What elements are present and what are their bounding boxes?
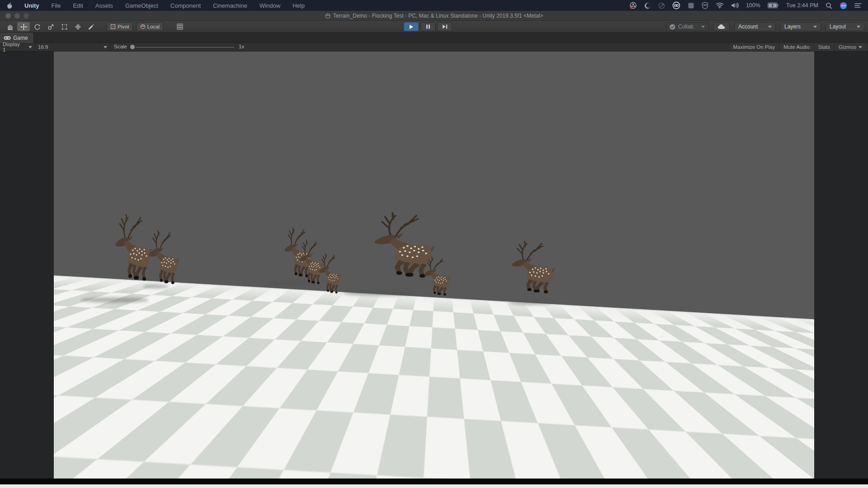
scale-slider-knob[interactable]	[130, 45, 135, 49]
control-center-icon[interactable]	[854, 1, 862, 9]
chevron-down-icon	[28, 46, 32, 48]
game-tabbar: Game	[0, 33, 868, 43]
arc-status-icon[interactable]	[644, 1, 651, 9]
deer	[418, 256, 451, 299]
maximize-on-play-button[interactable]: Maximize On Play	[729, 43, 779, 51]
menu-unity[interactable]: Unity	[24, 2, 39, 9]
obs-status-icon[interactable]	[629, 1, 637, 9]
aspect-ratio-dropdown[interactable]: 16:9	[35, 43, 110, 51]
apple-menu-icon[interactable]	[6, 1, 12, 9]
volume-icon[interactable]	[731, 1, 739, 9]
display-dropdown[interactable]: Display 1	[0, 43, 35, 51]
game-stage	[0, 52, 868, 479]
siri-icon[interactable]	[840, 1, 847, 9]
creative-cloud-icon[interactable]	[672, 1, 680, 9]
game-viewport[interactable]	[54, 52, 814, 479]
app-square-icon[interactable]	[688, 1, 694, 9]
bottom-strip	[0, 484, 868, 488]
battery-percent: 100%	[746, 2, 760, 9]
chevron-down-icon	[813, 26, 817, 28]
transform-tool-button[interactable]	[71, 22, 84, 31]
wifi-icon[interactable]	[716, 1, 724, 9]
move-tool-button[interactable]	[17, 22, 30, 31]
scale-value: 1x	[239, 44, 244, 49]
shield-status-icon[interactable]	[702, 1, 708, 9]
game-view-options: Maximize On Play Mute Audio Stats Gizmos	[729, 43, 866, 51]
unity-toolbar: Pivot Local	[0, 21, 868, 33]
pivot-toggle-button[interactable]: Pivot	[107, 22, 133, 31]
game-controlbar: Display 1 16:9 Scale 1x Maximize On Play…	[0, 43, 868, 52]
transform-tools	[4, 22, 98, 31]
grid-snap-button[interactable]	[174, 22, 186, 31]
menu-gameobject[interactable]: GameObject	[125, 2, 158, 9]
custom-tool-button[interactable]	[85, 22, 98, 31]
deer-shadow	[81, 297, 149, 303]
local-toggle-button[interactable]: Local	[137, 22, 164, 31]
deer	[502, 239, 556, 298]
menu-file[interactable]: File	[52, 2, 61, 9]
gamepad-icon	[4, 36, 11, 40]
rotate-tool-button[interactable]	[31, 22, 43, 31]
pause-button[interactable]	[420, 22, 435, 31]
scale-tool-button[interactable]	[44, 22, 57, 31]
deer	[314, 252, 341, 297]
menu-component[interactable]: Component	[170, 2, 201, 9]
menu-cinemachine[interactable]: Cinemachine	[213, 2, 247, 9]
chevron-down-icon	[859, 46, 862, 48]
spotlight-search-icon[interactable]	[826, 1, 832, 9]
macos-menubar: Unity File Edit Assets GameObject Compon…	[0, 0, 868, 11]
collab-dropdown[interactable]: Collab	[665, 22, 709, 31]
layers-dropdown[interactable]: Layers	[780, 22, 821, 31]
tab-game-label: Game	[13, 35, 28, 41]
menubar-clock[interactable]: Tue 2:44 PM	[786, 2, 818, 9]
scale-label: Scale	[114, 44, 127, 49]
menu-window[interactable]: Window	[259, 2, 280, 9]
cloud-services-button[interactable]	[713, 22, 730, 31]
play-button[interactable]	[404, 22, 419, 31]
account-dropdown[interactable]: Account	[734, 22, 776, 31]
menu-assets[interactable]: Assets	[95, 2, 113, 9]
chevron-down-icon	[768, 26, 772, 28]
window-titlebar[interactable]: Terrain_Demo - Flocking Test - PC, Mac &…	[0, 11, 868, 21]
step-button[interactable]	[437, 22, 452, 31]
deer-shadow	[343, 290, 415, 296]
chevron-down-icon	[104, 46, 107, 48]
minimize-window-button[interactable]	[14, 13, 20, 19]
pivot-local-group: Pivot Local	[107, 22, 163, 31]
chevron-down-icon	[701, 26, 705, 28]
playmode-controls	[404, 22, 452, 31]
menu-edit[interactable]: Edit	[73, 2, 83, 9]
wrench-status-icon[interactable]	[658, 1, 665, 9]
deer	[142, 229, 179, 289]
mute-audio-button[interactable]: Mute Audio	[779, 43, 814, 51]
toolbar-right: Collab Account Layers Layout	[665, 22, 864, 31]
chevron-down-icon	[857, 26, 860, 28]
traffic-lights	[5, 13, 29, 19]
deer-shadow	[509, 301, 552, 305]
screen: Unity File Edit Assets GameObject Compon…	[0, 0, 868, 488]
rect-tool-button[interactable]	[58, 22, 71, 31]
bottom-bar	[0, 479, 868, 484]
scale-slider-track[interactable]	[136, 47, 234, 47]
gizmos-dropdown[interactable]: Gizmos	[834, 43, 866, 51]
close-window-button[interactable]	[5, 13, 11, 19]
battery-icon[interactable]	[768, 1, 779, 9]
window-title: Terrain_Demo - Flocking Test - PC, Mac &…	[333, 13, 543, 19]
stats-button[interactable]: Stats	[814, 43, 834, 51]
hand-tool-button[interactable]	[4, 22, 16, 31]
menu-help[interactable]: Help	[292, 2, 305, 9]
zoom-window-button[interactable]	[24, 13, 29, 19]
layout-dropdown[interactable]: Layout	[826, 22, 864, 31]
unity-cube-icon	[325, 13, 330, 19]
